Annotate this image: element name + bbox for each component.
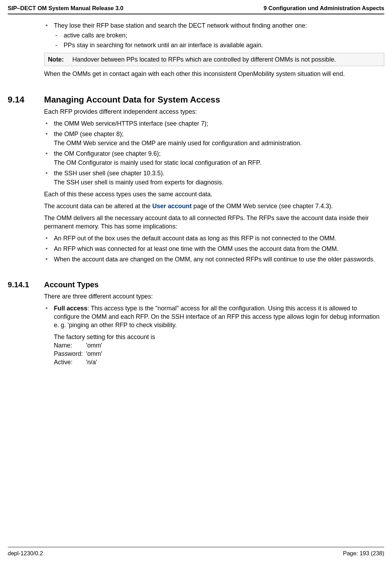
header-right: 9 Configuration und Administration Aspec…: [264, 5, 384, 12]
bullet-list-implications: An RFP out of the box uses the default a…: [44, 234, 384, 263]
list-item: They lose their RFP base station and sea…: [44, 21, 384, 49]
paragraph: When the OMMs get in contact again with …: [44, 70, 384, 78]
header-left: SIP–DECT OM System Manual Release 3.0: [8, 5, 123, 12]
note-text: Handover between PPs located to RFPs whi…: [72, 55, 380, 64]
paragraph: The OMM delivers all the necessary accou…: [44, 214, 384, 231]
footer-rule: [8, 547, 384, 547]
credential-label: Active:: [54, 358, 86, 366]
list-item: PPs stay in searching for network until …: [54, 41, 384, 49]
factory-setting-text: The factory setting for this account is: [54, 333, 384, 341]
list-text: PPs stay in searching for network until …: [64, 42, 263, 49]
list-text: They lose their RFP base station and sea…: [54, 22, 307, 29]
paragraph: The account data can be altered at the U…: [44, 202, 384, 210]
heading-title: Account Types: [44, 280, 99, 289]
list-text: the OMM Web service/HTTPS interface (see…: [54, 120, 208, 127]
note-box: Note: Handover between PPs located to RF…: [44, 53, 384, 66]
list-item: Full access: This access type is the "no…: [44, 304, 384, 366]
full-access-text: : This access type is the "normal" acces…: [54, 305, 379, 329]
bullet-list-top: They lose their RFP base station and sea…: [44, 21, 384, 49]
list-item: When the account data are changed on the…: [44, 255, 384, 263]
heading-9-14: 9.14 Managing Account Data for System Ac…: [8, 95, 384, 105]
list-text: An RFP out of the box uses the default a…: [54, 235, 336, 242]
heading-9-14-1: 9.14.1 Account Types: [8, 280, 384, 289]
bullet-list-access-types: the OMM Web service/HTTPS interface (see…: [44, 119, 384, 187]
page-header: SIP–DECT OM System Manual Release 3.0 9 …: [8, 5, 384, 14]
credential-row-name: Name: 'omm': [54, 341, 384, 350]
heading-title: Managing Account Data for System Access: [44, 95, 220, 105]
credential-row-active: Active: 'n/a': [54, 358, 384, 366]
credential-row-password: Password: 'omm': [54, 350, 384, 358]
list-text: An RFP which was connected for at least …: [54, 245, 338, 252]
list-item: An RFP which was connected for at least …: [44, 245, 384, 253]
heading-number: 9.14.1: [8, 280, 44, 289]
list-subtext: The SSH user shell is mainly used from e…: [54, 178, 384, 187]
credential-value: 'n/a': [86, 358, 97, 366]
list-item: the SSH user shell (see chapter 10.3.5).…: [44, 169, 384, 187]
list-item: the OMM Web service/HTTPS interface (see…: [44, 119, 384, 128]
list-item: the OM Configurator (see chapter 9.6); T…: [44, 149, 384, 167]
footer-left: depl-1230/0.2: [8, 550, 43, 557]
credential-value: 'omm': [86, 341, 102, 350]
list-text: the SSH user shell (see chapter 10.3.5).: [54, 170, 164, 177]
text-after-link: page of the OMM Web service (see chapter…: [192, 203, 333, 210]
list-item: the OMP (see chapter 8); The OMM Web ser…: [44, 130, 384, 147]
dash-list: active calls are broken; PPs stay in sea…: [54, 31, 384, 49]
note-label: Note:: [48, 55, 72, 64]
list-text: When the account data are changed on the…: [54, 256, 375, 263]
list-text: Full access: This access type is the "no…: [54, 305, 379, 329]
paragraph: Each of this these access types uses the…: [44, 190, 384, 198]
list-text: the OM Configurator (see chapter 9.6);: [54, 150, 161, 157]
footer-right: Page: 193 (238): [343, 550, 384, 557]
list-subtext: The OMM Web service and the OMP are main…: [54, 139, 384, 147]
list-subtext: The OM Configurator is mainly used for s…: [54, 159, 384, 167]
bullet-list-account-types: Full access: This access type is the "no…: [44, 304, 384, 366]
text-before-link: The account data can be altered at the: [44, 203, 152, 210]
heading-number: 9.14: [8, 95, 44, 105]
paragraph: Each RFP provides different independent …: [44, 107, 384, 116]
credential-value: 'omm': [86, 350, 102, 358]
credential-label: Password:: [54, 350, 86, 358]
page-footer: depl-1230/0.2 Page: 193 (238): [8, 547, 384, 557]
full-access-label: Full access: [54, 305, 87, 312]
paragraph: There are three different account types:: [44, 292, 384, 301]
list-item: An RFP out of the box uses the default a…: [44, 234, 384, 242]
credential-label: Name:: [54, 341, 86, 350]
user-account-link[interactable]: User account: [152, 203, 192, 210]
list-item: active calls are broken;: [54, 31, 384, 40]
list-text: active calls are broken;: [64, 32, 127, 39]
list-text: the OMP (see chapter 8);: [54, 131, 123, 138]
header-rule: [8, 14, 384, 14]
